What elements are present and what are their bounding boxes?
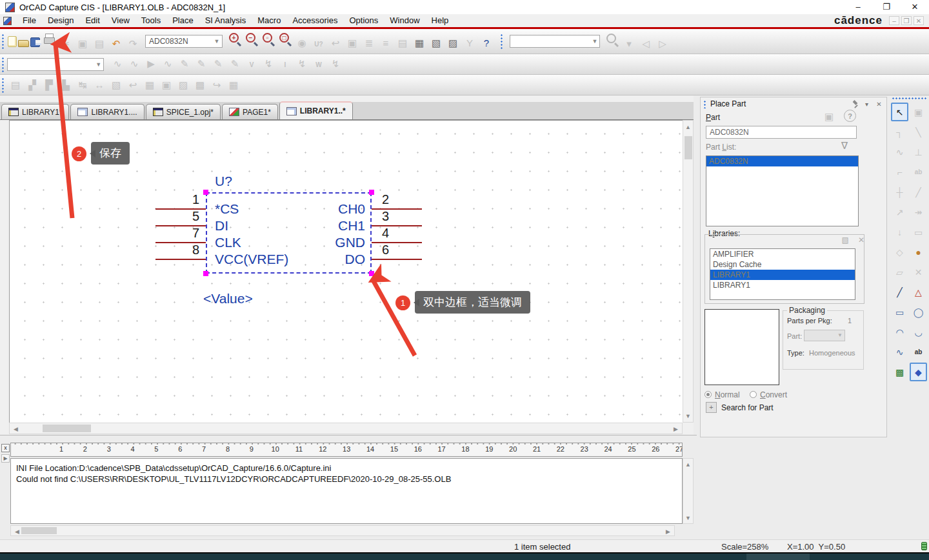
scroll-down-icon[interactable]: ▼ [683,513,693,523]
place-power-symbol-icon[interactable]: ↓ [891,223,908,241]
pin-line[interactable] [372,259,422,260]
toolbar-grip[interactable] [892,97,926,101]
enable-bias-voltage-icon[interactable]: V [244,57,259,72]
place-pin-icon[interactable]: ↗ [891,203,908,221]
tab-spice1opj[interactable]: SPICE_1.opj* [146,104,221,119]
minimize-button[interactable]: – [844,0,872,14]
tab-page1[interactable]: PAGE1* [222,104,278,119]
scrollbar-thumb[interactable] [43,425,91,432]
link-database-part-icon[interactable]: ▧ [108,77,124,93]
export-design-icon[interactable]: ↪ [209,77,225,93]
place-hierarchical-block-icon[interactable]: ⌐ [891,163,908,181]
find-icon[interactable] [604,32,620,47]
add-part-icon[interactable]: ▣ [821,109,837,125]
toggle-power-probe-icon[interactable]: ↯ [328,56,343,72]
schematic-canvas[interactable]: U? <Value> 1*CS5DI7CLK8VCC(VREF)2CH03CH1… [9,120,683,423]
place-part-icon[interactable]: ▣ [910,103,927,121]
menu-view[interactable]: View [106,14,135,27]
import-design-icon[interactable]: ↩ [125,77,141,93]
place-title-block-icon[interactable]: ▭ [910,223,927,241]
drag-object-icon[interactable]: ▨ [445,35,461,51]
library-item[interactable]: AMPLIFIER [710,249,855,259]
normal-radio[interactable] [704,391,712,398]
cross-reference-icon[interactable]: ≡ [378,35,394,50]
new-document-icon[interactable] [8,36,17,47]
open-document-icon[interactable] [18,40,29,47]
copy-part-icon[interactable]: ▣ [159,77,174,93]
menu-help[interactable]: Help [426,14,455,27]
place-ieee-symbol-icon[interactable]: ◆ [910,363,927,381]
search-expand-button[interactable]: + [706,402,717,413]
run-pspice-icon[interactable]: ▶ [143,56,159,72]
place-bus-entry-icon[interactable]: ╱ [910,183,927,201]
simulation-profile-combo[interactable]: ▼ [7,58,104,71]
select-line-icon[interactable]: ╱ [891,283,908,301]
session-log-close-icon[interactable]: x [1,444,10,452]
mdi-close-button[interactable]: ✕ [914,16,924,25]
menu-design[interactable]: Design [42,14,79,27]
zoom-out-icon[interactable] [244,31,259,46]
undo-icon[interactable]: ↶ [108,36,124,52]
chevron-down-icon[interactable]: ▼ [212,38,222,45]
panel-close-icon[interactable]: ✕ [874,101,884,108]
area-select-icon[interactable]: ▧ [428,35,444,51]
menu-window[interactable]: Window [384,14,425,27]
voltage-differential-marker-icon[interactable]: ✎ [194,56,209,72]
canvas-horizontal-scrollbar[interactable]: ◀ ▶ [9,423,683,434]
menu-edit[interactable]: Edit [79,14,105,27]
scroll-right-icon[interactable]: ▶ [671,424,681,434]
chevron-down-icon[interactable]: ▼ [94,61,103,68]
design-rules-check-icon[interactable]: ▣ [345,35,360,51]
place-wire-icon[interactable]: ┐ [891,123,908,141]
toolbar-grip[interactable] [1,57,5,72]
place-junction-icon[interactable]: ┼ [891,183,908,201]
create-netlist-icon[interactable]: ≣ [361,35,377,51]
selection-handle[interactable] [369,190,374,195]
draw-arc-icon[interactable]: ◠ [891,323,908,341]
panel-header[interactable]: Place Part ▾ ✕ [701,97,886,110]
pkg-part-combo[interactable]: ▼ [804,330,845,341]
place-database-part-icon[interactable]: ▦ [142,77,157,93]
select-tool-icon[interactable]: ↖ [891,103,908,121]
power-dissipation-marker-icon[interactable]: ✎ [227,56,243,72]
scroll-down-icon[interactable]: ▼ [683,411,693,421]
scrollbar-thumb[interactable] [684,136,692,159]
back-annotate-icon[interactable]: ↩ [328,35,343,51]
paste-icon[interactable]: ▤ [92,36,107,52]
place-off-page-connector-icon[interactable]: ▱ [891,263,908,281]
view-simulation-results-icon[interactable]: ∿ [160,56,175,72]
part-manager-icon[interactable]: ▞ [25,77,40,93]
place-picture-icon[interactable]: ▩ [891,363,908,381]
scroll-left-icon[interactable]: ◀ [11,424,21,434]
mdi-minimize-button[interactable]: – [889,16,899,25]
snap-to-grid-icon[interactable]: ▦ [412,35,427,51]
redo-icon[interactable]: ↷ [125,36,141,52]
menu-si-analysis[interactable]: SI Analysis [199,14,252,27]
remove-library-icon[interactable]: ✕ [858,235,864,245]
tab-library1[interactable]: LIBRARY1.... [70,104,144,119]
print-icon[interactable] [41,32,57,47]
edit-part-icon[interactable]: ▤ [8,77,23,93]
panel-grip[interactable] [703,100,706,108]
toolbar-grip[interactable] [500,34,503,49]
part-list-item[interactable]: ADC0832N [706,156,858,166]
help-icon[interactable]: ? [844,110,856,122]
part-name-input[interactable] [706,126,857,139]
new-simulation-profile-icon[interactable]: ∿ [110,56,125,72]
restore-button[interactable]: ❐ [872,0,901,14]
place-ground-icon[interactable]: ⊥ [910,143,927,161]
toggle-voltage-probe-icon[interactable]: ↯ [261,56,276,72]
search-for-part-label[interactable]: Search for Part [721,403,774,412]
zoom-in-icon[interactable] [227,31,243,46]
edit-page-icon[interactable]: ▩ [192,77,208,93]
library-item[interactable]: LIBRARY1 [710,270,855,280]
tab-library1[interactable]: LIBRARY1* [1,104,69,119]
selection-handle[interactable] [203,190,208,195]
edit-simulation-profile-icon[interactable]: ∿ [126,56,142,72]
part-value[interactable]: <Value> [203,291,253,306]
toolbar-grip[interactable] [1,34,5,49]
taskbar-item[interactable] [746,554,810,560]
add-library-icon[interactable]: ▧ [842,235,849,245]
zoom-area-icon[interactable] [261,31,276,46]
draw-elliptical-arc-icon[interactable]: ◡ [910,323,927,341]
